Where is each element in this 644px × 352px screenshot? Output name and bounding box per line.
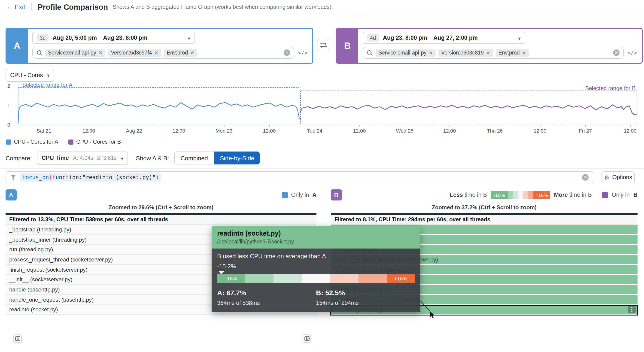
gear-icon bbox=[604, 174, 609, 181]
duration-chip-a: 3d bbox=[37, 34, 48, 42]
code-view-icon-b[interactable] bbox=[627, 50, 637, 56]
flame-frame-label: process_request_thread (socketserver.py) bbox=[9, 256, 113, 263]
selected-range-b-box[interactable] bbox=[300, 90, 637, 124]
flame-root-frame-a[interactable] bbox=[6, 213, 316, 215]
remove-tag-icon[interactable] bbox=[522, 50, 526, 56]
legend-cpu-cores-b[interactable]: CPU - Cores for B bbox=[68, 138, 121, 145]
x-axis-tick-mark bbox=[540, 125, 540, 127]
x-axis-tick-label: 12:00 bbox=[263, 128, 276, 134]
diff-scale-cell: -16% bbox=[490, 191, 508, 199]
x-axis-line bbox=[8, 125, 641, 125]
frame-kebab-menu[interactable] bbox=[628, 306, 636, 314]
timeframe-select-b[interactable]: 4d Aug 23, 8:00 pm – Aug 27, 2:00 pm bbox=[363, 32, 525, 44]
back-arrow-icon bbox=[6, 3, 12, 10]
remove-tag-icon[interactable] bbox=[486, 50, 490, 56]
expand-panel-button-a[interactable] bbox=[14, 334, 22, 343]
remove-tag-icon[interactable] bbox=[190, 50, 194, 56]
tooltip-a-detail: 364ms of 538ms bbox=[217, 300, 316, 306]
only-in-b-swatch bbox=[602, 192, 608, 198]
zoom-note-b: Zoomed to 37.2% (Ctrl + Scroll to zoom) bbox=[331, 204, 638, 211]
side-by-side-button[interactable]: Side-by-Side bbox=[214, 152, 260, 164]
flame-filter-input[interactable]: focus_on(function:"readinto (socket.py)"… bbox=[6, 172, 593, 184]
tooltip-title: readinto (socket.py) bbox=[217, 230, 415, 237]
x-axis-tick-mark bbox=[134, 125, 134, 127]
filter-tag-chip[interactable]: Service:email-api-py bbox=[376, 49, 436, 56]
show-ab-toggle: Combined Side-by-Side bbox=[174, 152, 260, 164]
x-axis-tick-mark bbox=[44, 125, 44, 127]
x-axis-tick-mark bbox=[269, 125, 270, 127]
compare-label: Compare: bbox=[6, 154, 32, 162]
diff-scale-cell bbox=[513, 191, 518, 199]
options-button[interactable]: Options bbox=[602, 172, 635, 184]
diff-scale-cell bbox=[523, 191, 528, 199]
filter-tag-chip[interactable]: Version:e603c819 bbox=[438, 49, 493, 56]
code-view-icon-a[interactable] bbox=[298, 50, 308, 56]
filter-tag-chip[interactable]: Env:prod bbox=[496, 49, 529, 56]
remove-tag-icon[interactable] bbox=[429, 50, 433, 56]
exit-link[interactable]: Exit bbox=[6, 3, 25, 10]
search-input-b[interactable]: Service:email-api-pyVersion:e603c819Env:… bbox=[363, 47, 624, 59]
profile-comparison-page: Exit Profile Comparison Shows A and B ag… bbox=[0, 0, 644, 352]
diff-scale-cell bbox=[508, 191, 513, 199]
filter-tag-chip[interactable]: Env:prod bbox=[164, 49, 197, 56]
compare-metric-values: A: 4.04s, B: 3.61s bbox=[73, 155, 117, 161]
side-panel-icon bbox=[15, 336, 20, 341]
tooltip-gradient-bar: -16%+16% bbox=[217, 274, 415, 283]
x-axis-tick-mark bbox=[405, 125, 405, 127]
diff-scale-cell bbox=[528, 191, 533, 199]
flame-filtered-row-a: Filtered to 13.3%, CPU Time: 538ms per 6… bbox=[6, 215, 316, 225]
x-axis-tick-label: Tue 24 bbox=[307, 128, 322, 134]
only-in-a-legend: Only in A bbox=[282, 192, 316, 198]
tooltip-delta: -15.2% bbox=[217, 263, 415, 270]
remove-tag-icon[interactable] bbox=[98, 50, 102, 56]
remove-tag-icon[interactable] bbox=[154, 50, 158, 56]
clear-search-icon-a[interactable] bbox=[284, 50, 290, 56]
filter-tag-label: Service:email-api-py bbox=[378, 50, 426, 56]
x-axis-tick-label: 12:00 bbox=[172, 128, 185, 134]
selected-range-a-box[interactable] bbox=[18, 87, 299, 124]
combined-button[interactable]: Combined bbox=[174, 152, 214, 164]
diff-color-legend: Less time in B -16%+16% More time in B O… bbox=[450, 191, 638, 199]
x-axis-tick-label: 12:00 bbox=[353, 128, 366, 134]
side-panel-icon bbox=[304, 336, 309, 341]
timerange-a: Aug 20, 5:00 pm – Aug 23, 8:00 pm bbox=[53, 35, 147, 41]
zoom-note-a: Zoomed to 29.6% (Ctrl + Scroll to zoom) bbox=[6, 204, 316, 211]
tooltip-a-percent: A: 67.7% bbox=[217, 289, 316, 296]
x-axis-tick-label: Mon 23 bbox=[216, 128, 232, 134]
x-axis-tick-label: Wed 25 bbox=[396, 128, 413, 134]
flame-b-badge: B bbox=[331, 190, 342, 200]
clear-search-icon-b[interactable] bbox=[613, 50, 620, 56]
legend-cpu-cores-a[interactable]: CPU - Cores for A bbox=[6, 138, 58, 145]
x-axis-tick-label: Aug 22 bbox=[126, 128, 142, 134]
tooltip-pointer-icon bbox=[218, 271, 224, 274]
filter-tag-chip[interactable]: Service:email-api-py bbox=[45, 49, 105, 56]
search-input-a[interactable]: Service:email-api-pyVersion:5d3c97f4Env:… bbox=[32, 47, 294, 59]
filter-tag-label: Env:prod bbox=[498, 50, 520, 56]
metric-select[interactable]: CPU - Cores bbox=[6, 69, 54, 82]
tooltip-b-detail: 154ms of 294ms bbox=[316, 300, 415, 306]
frame-tooltip: readinto (socket.py) /usr/local/lib/pyth… bbox=[212, 226, 420, 312]
top-bar: Exit Profile Comparison Shows A and B ag… bbox=[0, 0, 644, 14]
expand-panel-button-b[interactable] bbox=[302, 334, 311, 343]
swap-ab-button[interactable] bbox=[317, 39, 330, 51]
compare-metric-dropdown[interactable]: CPU Time A: 4.04s, B: 3.61s bbox=[37, 151, 128, 165]
y-axis-tick-label: 1 bbox=[3, 102, 10, 108]
tooltip-diff-cell bbox=[274, 274, 302, 283]
flame-frame-label: handle_one_request (basehttp.py) bbox=[9, 296, 94, 303]
x-axis-tick-label: Sat 21 bbox=[36, 128, 51, 134]
clear-filter-icon[interactable] bbox=[582, 174, 588, 180]
x-axis-tick-mark bbox=[495, 125, 495, 127]
chevron-down-icon bbox=[188, 34, 190, 42]
filter-tag-label: Service:email-api-py bbox=[48, 50, 96, 56]
flame-root-frame-b[interactable] bbox=[331, 213, 638, 215]
x-axis-tick-mark bbox=[585, 125, 586, 127]
flame-frame-label: run (threading.py) bbox=[9, 246, 53, 253]
selected-range-a-label: Selected range for A bbox=[22, 82, 72, 88]
timeframe-select-a[interactable]: 3d Aug 20, 5:00 pm – Aug 23, 8:00 pm bbox=[32, 32, 195, 44]
y-axis-tick-label: 2 bbox=[3, 83, 10, 89]
filter-tag-chip[interactable]: Version:5d3c97f4 bbox=[108, 49, 161, 56]
chevron-down-icon bbox=[47, 72, 50, 78]
flame-frame-label: handle (basehttp.py) bbox=[9, 286, 60, 293]
flame-frame-label: __init__ (socketserver.py) bbox=[9, 276, 72, 283]
flame-frame-label: _bootstrap_inner (threading.py) bbox=[9, 236, 86, 243]
